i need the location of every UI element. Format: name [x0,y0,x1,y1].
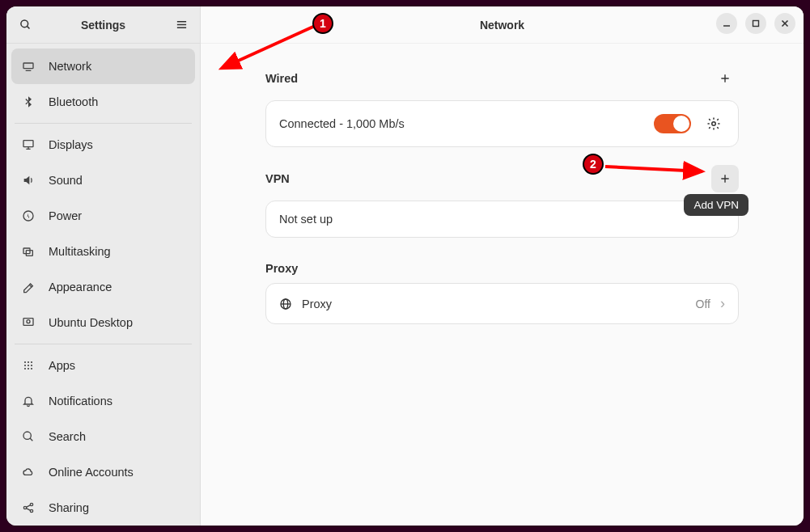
bluetooth-icon [21,95,36,108]
wired-settings-button[interactable] [702,112,725,135]
sidebar-item-label: Apps [49,359,75,372]
svg-point-17 [31,361,32,363]
sidebar-item-label: Sharing [49,501,89,514]
svg-rect-7 [23,141,33,147]
svg-line-30 [26,509,30,511]
ubuntu-desktop-icon [21,316,36,329]
maximize-button[interactable] [745,13,766,34]
wired-heading: Wired [265,72,298,85]
sidebar-item-sharing[interactable]: Sharing [6,490,200,526]
sidebar-item-displays[interactable]: Displays [6,127,200,163]
apps-icon [21,359,36,372]
sidebar-item-label: Online Accounts [49,466,134,479]
sidebar-item-notifications[interactable]: Notifications [6,383,200,419]
svg-point-19 [28,365,29,366]
appearance-icon [21,281,36,293]
plus-icon [719,73,731,84]
wired-status: Connected - 1,000 Mb/s [279,117,642,130]
close-button[interactable] [774,13,795,34]
svg-point-21 [24,368,26,369]
main-panel: Network Wired [201,6,804,526]
sidebar-list: Network Bluetooth Displays Sound [6,44,200,526]
window-controls [716,13,795,34]
sidebar-item-label: Sound [49,174,83,187]
hamburger-icon [176,19,188,31]
sidebar-item-label: Appearance [49,281,112,293]
hamburger-button[interactable] [169,13,193,37]
svg-point-22 [28,368,29,369]
vpn-status-row: Not set up [265,201,739,238]
svg-rect-32 [753,21,759,27]
sidebar-header: Settings [6,6,200,44]
sidebar-item-label: Multitasking [49,245,111,258]
sidebar-item-appearance[interactable]: Appearance [6,269,200,305]
sidebar-item-label: Bluetooth [49,95,98,108]
wired-toggle[interactable] [654,114,691,133]
sidebar-item-apps[interactable]: Apps [6,348,200,383]
proxy-section-header: Proxy [265,262,739,275]
chevron-right-icon: › [720,295,725,312]
vpn-section-header: VPN [265,165,739,192]
svg-rect-13 [23,319,33,326]
cloud-icon [21,466,36,479]
proxy-value: Off [696,298,710,310]
proxy-row[interactable]: Proxy Off › [265,283,739,324]
minimize-icon [723,19,731,27]
sidebar-item-sound[interactable]: Sound [6,163,200,198]
sidebar-item-label: Power [49,209,82,222]
minimize-button[interactable] [716,13,737,34]
sidebar-item-network[interactable]: Network [11,49,195,84]
svg-point-16 [28,361,29,363]
sidebar: Settings Network Bluetooth [6,6,201,526]
sidebar-item-label: Search [49,430,86,443]
search-button[interactable] [13,13,37,37]
add-wired-button[interactable] [711,65,739,92]
multitasking-icon [21,245,36,258]
displays-icon [21,138,36,151]
sidebar-item-ubuntu-desktop[interactable]: Ubuntu Desktop [6,305,200,340]
svg-line-1 [27,26,29,28]
gear-icon [706,116,721,131]
page-title: Network [480,19,524,32]
svg-point-0 [20,20,28,27]
svg-point-20 [31,365,32,366]
sidebar-title: Settings [37,19,169,32]
sidebar-item-label: Ubuntu Desktop [49,316,133,329]
add-vpn-tooltip: Add VPN [684,194,749,216]
svg-point-23 [31,368,32,369]
maximize-icon [752,19,760,27]
proxy-label: Proxy [302,298,686,310]
sidebar-item-power[interactable]: Power [6,198,200,234]
sharing-icon [21,501,36,514]
sidebar-item-online-accounts[interactable]: Online Accounts [6,454,200,490]
main-header: Network [201,6,804,44]
network-icon [21,60,36,73]
svg-point-24 [23,432,31,439]
sidebar-item-multitasking[interactable]: Multitasking [6,234,200,269]
toggle-knob [673,116,689,132]
sidebar-item-bluetooth[interactable]: Bluetooth [6,84,200,120]
settings-window: Settings Network Bluetooth [6,6,804,526]
power-icon [21,209,36,222]
sound-icon [21,174,36,187]
annotation-badge-1: 1 [312,13,333,34]
sidebar-item-label: Notifications [49,395,112,407]
svg-rect-5 [23,63,33,69]
svg-point-18 [24,365,26,366]
proxy-heading: Proxy [265,262,298,275]
sidebar-divider [15,123,192,124]
search-icon [19,19,32,31]
svg-point-15 [24,361,26,363]
svg-point-14 [27,320,30,323]
vpn-heading: VPN [265,172,290,185]
sidebar-divider [15,344,192,344]
wired-connection-row: Connected - 1,000 Mb/s [265,100,739,147]
svg-point-37 [712,122,716,126]
add-vpn-button[interactable] [711,165,739,192]
close-icon [781,19,789,27]
plus-icon [719,173,731,184]
sidebar-item-label: Displays [49,138,93,151]
proxy-icon [279,298,292,310]
svg-line-25 [30,438,32,441]
sidebar-item-search[interactable]: Search [6,419,200,454]
